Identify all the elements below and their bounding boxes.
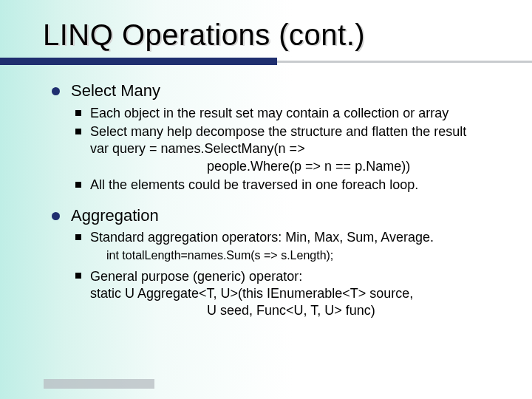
bullet-select-many: Select Many [52,80,502,102]
bullet-text: General purpose (generic) operator: stat… [75,268,502,320]
code-line: int totalLength=names.Sum(s => s.Length)… [106,247,502,267]
title-underline-thick [0,58,277,65]
bullet-line: General purpose (generic) operator: [90,269,302,284]
slide-title: LINQ Operations (cont.) [43,19,502,50]
code-line: var query = names.SelectMany(n => [90,140,502,157]
bullet-text: All the elements could be traversed in o… [75,177,502,194]
select-many-subitems: Each object in the result set may contai… [75,105,502,194]
code-line: static U Aggregate<T, U>(this IEnumerabl… [90,285,502,302]
title-underline [0,55,532,64]
code-line: U seed, Func<U, T, U> func) [90,302,502,319]
title-area: LINQ Operations (cont.) [43,19,502,64]
footer-accent-bar [44,379,154,389]
bullet-line: Select many help decompose the structure… [90,124,466,139]
slide-body: Select Many Each object in the result se… [52,80,502,321]
bullet-aggregation: Aggregation [52,205,502,227]
bullet-text: Each object in the result set may contai… [75,105,502,122]
bullet-text: Select many help decompose the structure… [75,123,502,175]
bullet-line: Standard aggregation operators: Min, Max… [90,230,434,245]
code-line: people.Where(p => n == p.Name)) [90,158,502,175]
aggregation-subitems: Standard aggregation operators: Min, Max… [75,229,502,319]
bullet-text: Standard aggregation operators: Min, Max… [75,229,502,266]
